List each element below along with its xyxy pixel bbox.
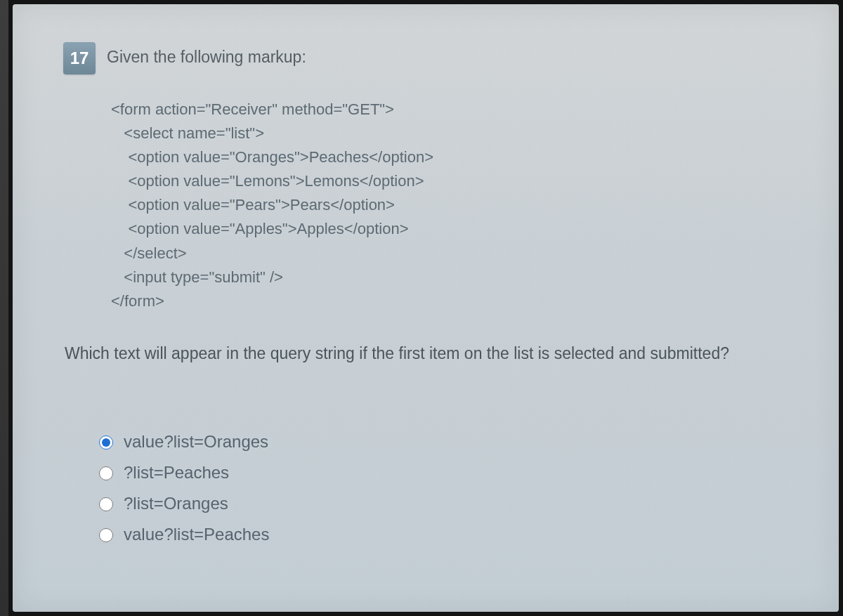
radio-choice-0[interactable] bbox=[99, 435, 113, 450]
code-line: <option value="Lemons">Lemons</option> bbox=[111, 172, 424, 190]
radio-choice-3[interactable] bbox=[99, 528, 113, 542]
answer-choice-3[interactable]: value?list=Peaches bbox=[96, 519, 799, 550]
question-page: 17 Given the following markup: <form act… bbox=[13, 4, 839, 612]
code-line: <option value="Oranges">Peaches</option> bbox=[111, 148, 433, 166]
answer-choice-0[interactable]: value?list=Oranges bbox=[96, 426, 799, 457]
question-prompt: Which text will appear in the query stri… bbox=[65, 344, 799, 363]
answer-choices: value?list=Oranges ?list=Peaches ?list=O… bbox=[96, 426, 799, 550]
question-number-badge: 17 bbox=[63, 42, 96, 74]
answer-choice-1[interactable]: ?list=Peaches bbox=[96, 457, 799, 488]
choice-label: value?list=Oranges bbox=[124, 432, 268, 452]
question-intro: Given the following markup: bbox=[107, 48, 799, 67]
choice-label: ?list=Peaches bbox=[124, 463, 229, 483]
radio-choice-2[interactable] bbox=[99, 497, 113, 511]
code-line: <form action="Receiver" method="GET"> bbox=[111, 100, 394, 118]
code-line: <option value="Apples">Apples</option> bbox=[111, 220, 409, 237]
code-line: <input type="submit" /> bbox=[111, 268, 283, 286]
choice-label: ?list=Oranges bbox=[124, 494, 228, 513]
code-line: <option value="Pears">Pears</option> bbox=[111, 196, 395, 214]
code-line: </select> bbox=[111, 244, 187, 262]
left-edge-strip bbox=[0, 0, 8, 616]
code-block: <form action="Receiver" method="GET"> <s… bbox=[111, 98, 799, 313]
code-line: </form> bbox=[111, 292, 164, 310]
code-line: <select name="list"> bbox=[111, 124, 264, 142]
screen-frame: 17 Given the following markup: <form act… bbox=[0, 0, 843, 616]
radio-choice-1[interactable] bbox=[99, 466, 113, 480]
question-number: 17 bbox=[70, 48, 89, 68]
choice-label: value?list=Peaches bbox=[124, 525, 269, 544]
question-body: Given the following markup: <form action… bbox=[107, 48, 799, 550]
answer-choice-2[interactable]: ?list=Oranges bbox=[96, 488, 799, 519]
